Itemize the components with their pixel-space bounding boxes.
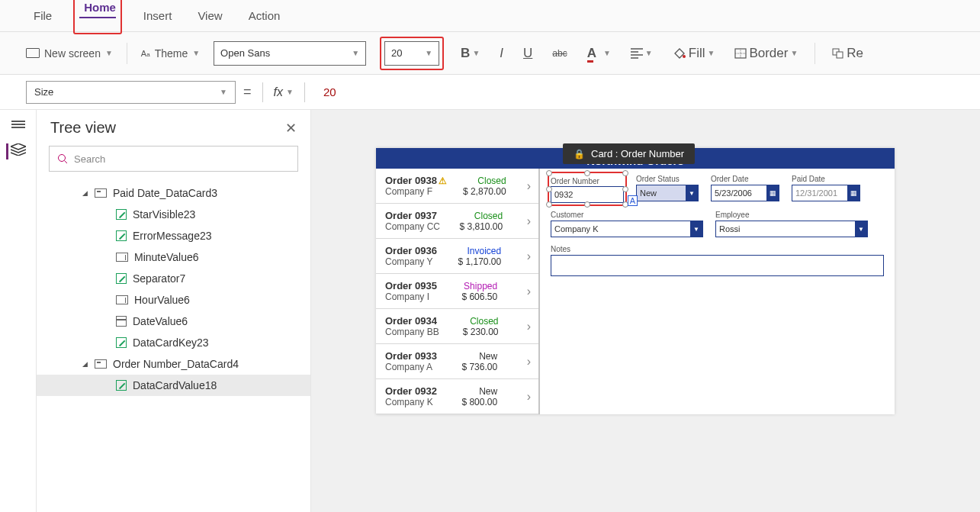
tree-node-label: StarVisible23 [133,208,195,221]
employee-label: Employee [715,211,868,219]
screen-icon [26,48,40,58]
selection-tooltip: 🔒 Card : Order Number [563,143,695,164]
tree-title: Tree view [50,119,116,137]
fx-button[interactable]: fx▼ [274,85,294,99]
tree-node-label: DataCardValue18 [133,379,217,391]
canvas[interactable]: 🔒 Card : Order Number Northwind Orders O… [311,110,980,512]
tree-node[interactable]: ◢Order Number_DataCard4 [37,353,310,375]
tree-node-label: Separator7 [133,272,185,285]
tab-home[interactable]: Home [79,0,116,34]
tree-node[interactable]: StarVisible23 [37,204,310,225]
chevron-down-icon: ▼ [690,221,702,237]
tree-node[interactable]: ◢Paid Date_DataCard3 [37,182,310,204]
edit-icon [116,273,127,284]
tree-node-label: Order Number_DataCard4 [113,358,239,370]
reorder-icon [832,48,844,59]
menubar: File Home Insert View Action [0,0,980,32]
align-button[interactable]: ▼ [628,47,656,60]
ordernum-input[interactable]: 0932 [551,186,624,203]
theme-button[interactable]: Aa Theme ▼ [141,47,200,60]
chevron-down-icon: ▼ [686,185,698,201]
reorder-label: Re [847,46,863,61]
chevron-right-icon: › [527,320,531,333]
hamburger-icon[interactable] [11,119,25,130]
font-size-select[interactable]: 20 ▼ [384,41,439,66]
svg-point-0 [683,55,686,58]
border-label: Border [749,46,788,61]
reorder-button[interactable]: Re [829,44,866,63]
chevron-down-icon: ▼ [352,49,359,57]
cal-icon [116,316,127,327]
font-family-select[interactable]: Open Sans ▼ [214,41,366,66]
paiddate-label: Paid Date [792,175,860,183]
order-row[interactable]: Order 0936Company YInvoiced$ 1,170.00› [376,239,538,274]
property-value: Size [34,86,53,98]
formula-bar: Size ▼ = fx▼ 20 [0,75,980,110]
edit-icon [116,337,127,348]
txt-icon [116,295,128,304]
tree-view-pane: Tree view ✕ Search ◢Paid Date_DataCard3S… [37,110,311,512]
font-size-value: 20 [391,47,402,59]
edit-icon [116,380,127,391]
close-icon[interactable]: ✕ [285,120,297,137]
tree-search-input[interactable]: Search [49,146,298,172]
tree-node[interactable]: MinuteValue6 [37,246,310,268]
order-row[interactable]: Order 0935Company IShipped$ 606.50› [376,274,538,309]
fill-button[interactable]: Fill▼ [670,44,718,63]
tree-node[interactable]: ErrorMessage23 [37,225,310,246]
tree-node[interactable]: HourValue6 [37,289,310,311]
bold-button[interactable]: B▼ [458,44,483,63]
status-label: Order Status [636,175,699,183]
tree-node[interactable]: Separator7 [37,268,310,289]
order-row[interactable]: Order 0934Company BBClosed$ 230.00› [376,309,538,344]
strikethrough-button[interactable]: abc [549,47,570,60]
chevron-right-icon: › [527,390,531,404]
tree-list: ◢Paid Date_DataCard3StarVisible23ErrorMe… [37,179,310,512]
tree-node[interactable]: DataCardKey23 [37,332,310,353]
property-select[interactable]: Size ▼ [26,81,236,104]
svg-point-4 [59,155,66,162]
edit-cursor-icon: A [628,195,638,206]
customer-select[interactable]: Company K▼ [551,221,703,237]
tree-node-label: MinuteValue6 [134,251,199,263]
tab-file[interactable]: File [29,6,56,25]
order-row[interactable]: Order 0937Company CCClosed$ 3,810.00› [376,204,538,239]
tab-view[interactable]: View [193,6,227,25]
employee-select[interactable]: Rossi▼ [715,221,868,237]
highlight-home: Home [73,0,122,34]
edit-icon [116,230,127,241]
new-screen-button[interactable]: New screen ▼ [26,47,113,60]
left-rail [0,110,37,512]
tab-insert[interactable]: Insert [139,6,177,25]
chevron-right-icon: › [527,214,531,228]
ribbon: New screen ▼ Aa Theme ▼ Open Sans ▼ 20 ▼… [0,32,980,75]
order-row[interactable]: Order 0932Company KNew$ 800.00› [376,379,538,414]
tab-action[interactable]: Action [244,6,285,25]
order-list: Order 0938⚠Company FClosed$ 2,870.00›Ord… [376,169,540,414]
font-color-button[interactable]: A▼ [584,44,614,63]
order-form: Order Number 0932 A Order Status [540,169,895,414]
italic-button[interactable]: I [496,44,506,63]
order-row[interactable]: Order 0933Company ANew$ 736.00› [376,344,538,379]
border-button[interactable]: Border▼ [731,44,801,63]
tree-node-label: Paid Date_DataCard3 [113,187,217,199]
tree-view-icon[interactable] [6,143,26,159]
card-icon [95,188,107,198]
tree-node[interactable]: DataCardValue18 [37,375,310,396]
orderdate-input[interactable]: 5/23/2006▦ [711,185,779,201]
paiddate-input[interactable]: 12/31/2001▦ [792,185,860,201]
chevron-right-icon: › [527,285,531,298]
tree-node-label: DataCardKey23 [133,337,209,349]
tree-node[interactable]: DateValue6 [37,311,310,332]
chevron-down-icon: ▼ [192,49,200,57]
underline-button[interactable]: U [520,44,535,63]
tree-node-label: ErrorMessage23 [133,230,212,242]
order-row[interactable]: Order 0938⚠Company FClosed$ 2,870.00› [376,169,538,204]
notes-input[interactable] [551,255,884,276]
theme-icon: Aa [141,49,150,58]
new-screen-label: New screen [44,47,101,60]
status-select[interactable]: New▼ [636,185,699,201]
formula-value[interactable]: 20 [323,85,336,98]
selected-card-ordernumber[interactable]: Order Number 0932 A [548,172,627,206]
chevron-down-icon: ▼ [425,49,432,57]
